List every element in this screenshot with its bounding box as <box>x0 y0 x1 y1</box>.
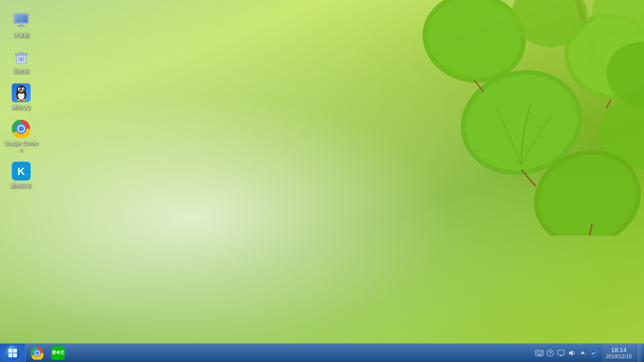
taskbar-iqiyi[interactable]: 爱奇艺 <box>48 345 68 361</box>
antivirus-tray-icon[interactable] <box>589 348 598 358</box>
desktop-icon-kugou[interactable]: K 酷狗音乐 <box>2 160 40 191</box>
svg-rect-52 <box>540 351 541 352</box>
svg-rect-14 <box>15 15 28 23</box>
recycle-icon: ♻ <box>12 47 31 66</box>
svg-point-35 <box>22 99 25 101</box>
svg-rect-16 <box>17 25 25 27</box>
clock-time: 18:14 <box>611 346 627 354</box>
svg-marker-65 <box>580 351 585 354</box>
svg-rect-42 <box>8 349 12 353</box>
svg-rect-58 <box>537 354 542 355</box>
tray-icons: ? <box>533 348 600 358</box>
svg-rect-51 <box>538 351 539 352</box>
taskbar: 爱奇艺 <box>0 343 644 362</box>
start-button[interactable] <box>0 344 25 362</box>
svg-point-48 <box>35 351 39 355</box>
svg-text:?: ? <box>549 351 552 356</box>
svg-rect-50 <box>537 351 537 352</box>
kugou-icon: K <box>12 162 31 181</box>
svg-point-34 <box>17 99 21 101</box>
kugou-icon-label: 酷狗音乐 <box>11 182 32 189</box>
svg-point-31 <box>20 89 21 90</box>
svg-point-26 <box>17 85 26 94</box>
chrome-icon <box>12 119 31 138</box>
desktop-icon-qq[interactable]: 腾讯QQ <box>2 82 40 113</box>
svg-rect-45 <box>13 354 17 357</box>
network-tray-icon[interactable] <box>556 348 566 358</box>
svg-point-32 <box>24 89 25 90</box>
desktop-icon-recycle[interactable]: ♻ 回收站 <box>2 45 40 76</box>
taskbar-apps: 爱奇艺 <box>25 344 70 362</box>
show-hidden-icons[interactable] <box>578 348 587 358</box>
volume-tray-icon[interactable] <box>567 348 577 358</box>
show-desktop-button[interactable] <box>637 344 641 362</box>
svg-point-33 <box>20 90 23 92</box>
desktop-icon-computer[interactable]: 计算机 <box>2 9 40 41</box>
svg-rect-57 <box>541 353 542 354</box>
leaf-decoration <box>267 0 644 236</box>
svg-rect-61 <box>558 350 564 355</box>
taskbar-right: ? <box>533 344 644 362</box>
svg-rect-44 <box>8 354 12 357</box>
svg-rect-15 <box>19 24 23 25</box>
svg-text:K: K <box>17 165 25 177</box>
recycle-icon-label: 回收站 <box>14 68 29 74</box>
desktop-icons: 计算机 ♻ 回收站 <box>0 5 42 196</box>
svg-text:♻: ♻ <box>19 57 23 62</box>
keyboard-tray-icon[interactable] <box>535 348 544 358</box>
svg-rect-55 <box>538 353 539 354</box>
desktop: 计算机 ♻ 回收站 <box>0 0 644 362</box>
svg-point-39 <box>18 126 24 132</box>
taskbar-chrome[interactable] <box>27 345 47 361</box>
svg-marker-64 <box>569 350 573 356</box>
svg-rect-22 <box>19 52 23 54</box>
svg-rect-43 <box>13 349 17 353</box>
qq-icon-label: 腾讯QQ <box>12 104 30 111</box>
help-tray-icon[interactable]: ? <box>545 348 555 358</box>
clock[interactable]: 18:14 2019/12/19 <box>602 344 636 362</box>
desktop-icon-chrome[interactable]: Google Chrome <box>2 117 40 156</box>
svg-rect-56 <box>540 353 541 354</box>
chrome-icon-label: Google Chrome <box>4 140 38 154</box>
clock-date: 2019/12/19 <box>606 354 632 359</box>
start-orb <box>5 346 20 361</box>
svg-rect-53 <box>541 351 542 352</box>
svg-rect-54 <box>537 353 537 354</box>
qq-icon <box>12 83 31 102</box>
computer-icon-label: 计算机 <box>14 32 29 39</box>
computer-icon <box>12 11 31 30</box>
